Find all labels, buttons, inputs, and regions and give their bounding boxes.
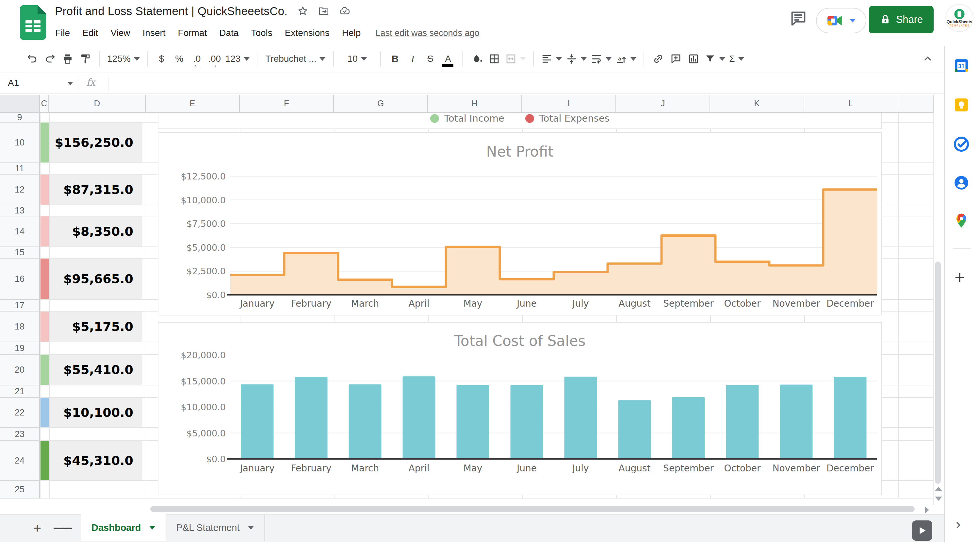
row-header-25[interactable]: 25 <box>0 481 40 499</box>
row-header-23[interactable]: 23 <box>0 428 40 441</box>
row-header-18[interactable]: 18 <box>0 311 40 342</box>
svg-text:November: November <box>773 463 820 473</box>
row-header-12[interactable]: 12 <box>0 175 40 205</box>
row-header-13[interactable]: 13 <box>0 205 40 217</box>
svg-text:February: February <box>291 463 331 473</box>
tasks-icon[interactable] <box>953 136 970 152</box>
tab-label: P&L Statement <box>176 522 239 533</box>
chart-legend: Total IncomeTotal Expenses <box>158 113 881 124</box>
chart-net-profit[interactable]: Net Profit$0.0$2,500.0$5,000.0$7,500.0$1… <box>158 132 882 316</box>
hide-side-panel-icon[interactable]: › <box>956 516 961 532</box>
row-header-14[interactable]: 14 <box>0 217 40 247</box>
all-sheets-icon[interactable] <box>54 519 72 537</box>
legend-dot-icon <box>525 114 534 123</box>
add-sheet-button[interactable]: + <box>28 519 46 537</box>
tab-caret-icon <box>248 526 254 529</box>
column-header-D[interactable]: D <box>49 95 146 113</box>
svg-text:$20,000.0: $20,000.0 <box>181 350 226 360</box>
horizontal-scrollbar-thumb[interactable] <box>150 506 915 512</box>
calendar-icon[interactable]: 31 <box>953 57 970 74</box>
tab-label: Dashboard <box>91 522 141 533</box>
row-header-17[interactable]: 17 <box>0 300 40 311</box>
row-header-16[interactable]: 16 <box>0 258 40 300</box>
svg-text:June: June <box>516 463 537 473</box>
row-header-15[interactable]: 15 <box>0 247 40 258</box>
row-header-11[interactable]: 11 <box>0 163 40 175</box>
svg-text:March: March <box>351 298 379 309</box>
row-header-9[interactable]: 9 <box>0 113 40 123</box>
row-header-24[interactable]: 24 <box>0 441 40 481</box>
column-header-K[interactable]: K <box>710 95 804 113</box>
column-header-G[interactable]: G <box>334 95 428 113</box>
svg-text:$7,500.0: $7,500.0 <box>186 219 226 229</box>
chart-total-cost-of-sales[interactable]: Total Cost of Sales$0.0$5,000.0$10,000.0… <box>158 322 882 495</box>
svg-text:March: March <box>351 463 379 473</box>
explore-button[interactable] <box>912 520 932 541</box>
svg-text:$10,000.0: $10,000.0 <box>181 195 226 205</box>
svg-text:$0.0: $0.0 <box>206 290 226 300</box>
legend-item-total-income: Total Income <box>430 113 504 124</box>
charts-layer: Total IncomeTotal ExpensesNet Profit$0.0… <box>0 0 980 542</box>
get-add-ons-button[interactable]: + <box>955 271 965 284</box>
column-header-I[interactable]: I <box>522 95 616 113</box>
svg-text:August: August <box>619 298 651 309</box>
tab-caret-icon <box>149 526 155 529</box>
svg-text:April: April <box>409 298 430 309</box>
svg-text:September: September <box>663 463 714 473</box>
row-header-19[interactable]: 19 <box>0 342 40 355</box>
svg-text:$12,500.0: $12,500.0 <box>181 171 226 182</box>
svg-text:October: October <box>724 298 761 309</box>
svg-text:August: August <box>619 463 651 473</box>
legend-label: Total Income <box>444 113 504 124</box>
column-header-H[interactable]: H <box>428 95 522 113</box>
svg-text:November: November <box>773 298 820 309</box>
keep-icon[interactable] <box>953 97 970 113</box>
row-header-10[interactable]: 10 <box>0 123 40 163</box>
column-header-E[interactable]: E <box>146 95 240 113</box>
svg-text:December: December <box>826 298 874 309</box>
chart-title-net-profit: Net Profit <box>158 143 881 160</box>
svg-text:31: 31 <box>958 63 965 70</box>
svg-text:$0.0: $0.0 <box>206 454 226 464</box>
svg-text:October: October <box>724 463 761 473</box>
svg-text:January: January <box>239 463 274 473</box>
google-sheets-app: Profit and Loss Statement | QuickSheeets… <box>0 0 980 542</box>
svg-text:April: April <box>409 463 430 473</box>
legend-label: Total Expenses <box>539 113 609 124</box>
svg-text:February: February <box>291 298 331 309</box>
svg-text:January: January <box>239 298 274 309</box>
add-sheet-label: + <box>33 520 41 536</box>
scroll-right-icon[interactable] <box>925 507 929 515</box>
side-panel <box>944 46 980 542</box>
scroll-up-icon[interactable] <box>935 486 942 492</box>
svg-text:June: June <box>516 298 537 309</box>
svg-text:May: May <box>463 298 482 309</box>
svg-text:July: July <box>572 298 589 309</box>
tab-dashboard[interactable]: Dashboard <box>81 514 165 541</box>
contacts-icon[interactable] <box>953 175 970 191</box>
svg-text:September: September <box>663 298 714 309</box>
legend-item-total-expenses: Total Expenses <box>525 113 609 124</box>
column-header-J[interactable]: J <box>616 95 710 113</box>
legend-dot-icon <box>430 114 439 123</box>
svg-text:December: December <box>826 463 874 473</box>
column-header-C[interactable]: C <box>40 95 49 113</box>
chart-title-total-cost-of-sales: Total Cost of Sales <box>158 332 881 349</box>
column-header-L[interactable]: L <box>804 95 898 113</box>
row-header-22[interactable]: 22 <box>0 398 40 428</box>
scroll-down-icon[interactable] <box>935 496 942 502</box>
svg-text:May: May <box>463 463 482 473</box>
svg-text:$15,000.0: $15,000.0 <box>181 376 226 386</box>
row-header-21[interactable]: 21 <box>0 386 40 398</box>
vertical-scrollbar-thumb[interactable] <box>935 261 941 484</box>
svg-text:$5,000.0: $5,000.0 <box>186 428 226 438</box>
row-header-20[interactable]: 20 <box>0 355 40 386</box>
sheet-tab-bar: + DashboardP&L Statement <box>0 514 980 542</box>
svg-text:$5,000.0: $5,000.0 <box>186 242 226 253</box>
svg-text:$10,000.0: $10,000.0 <box>181 402 226 412</box>
svg-text:July: July <box>572 463 589 473</box>
maps-icon[interactable] <box>953 212 970 229</box>
tab-p-l-statement[interactable]: P&L Statement <box>165 514 265 541</box>
svg-text:$2,500.0: $2,500.0 <box>186 266 226 276</box>
column-header-F[interactable]: F <box>240 95 334 113</box>
